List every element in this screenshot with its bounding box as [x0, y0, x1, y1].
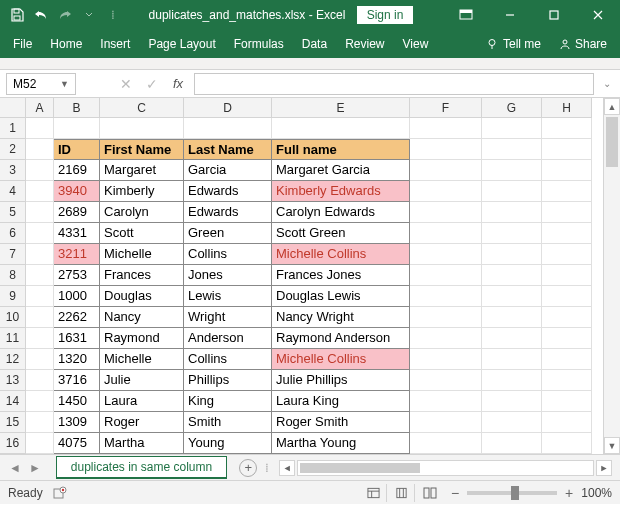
zoom-out-icon[interactable]: − — [451, 485, 459, 501]
cell[interactable] — [26, 349, 54, 370]
tab-pagelayout[interactable]: Page Layout — [139, 30, 224, 58]
cell[interactable]: King — [184, 391, 272, 412]
tab-review[interactable]: Review — [336, 30, 393, 58]
cell[interactable] — [482, 412, 542, 433]
cell[interactable]: Smith — [184, 412, 272, 433]
cell[interactable]: 2169 — [54, 160, 100, 181]
cell[interactable]: Edwards — [184, 181, 272, 202]
tab-formulas[interactable]: Formulas — [225, 30, 293, 58]
cell[interactable]: Nancy — [100, 307, 184, 328]
cell[interactable] — [482, 265, 542, 286]
share-button[interactable]: Share — [550, 30, 616, 58]
cell[interactable]: Wright — [184, 307, 272, 328]
row-header-11[interactable]: 11 — [0, 328, 26, 349]
cell[interactable] — [482, 244, 542, 265]
cell[interactable] — [482, 181, 542, 202]
cell[interactable]: Jones — [184, 265, 272, 286]
cell[interactable] — [26, 181, 54, 202]
cell[interactable]: Roger — [100, 412, 184, 433]
cell[interactable]: Phillips — [184, 370, 272, 391]
cell[interactable]: Martha — [100, 433, 184, 454]
zoom-in-icon[interactable]: + — [565, 485, 573, 501]
cell[interactable] — [410, 412, 482, 433]
cell[interactable]: Margaret — [100, 160, 184, 181]
cell[interactable]: Julie Phillips — [272, 370, 410, 391]
row-header-10[interactable]: 10 — [0, 307, 26, 328]
col-header-A[interactable]: A — [26, 98, 54, 118]
cell[interactable]: Laura King — [272, 391, 410, 412]
cell[interactable]: 2262 — [54, 307, 100, 328]
maximize-icon[interactable] — [532, 0, 576, 30]
tellme-button[interactable]: Tell me — [478, 30, 550, 58]
cell[interactable] — [542, 202, 592, 223]
cell[interactable] — [482, 202, 542, 223]
cell[interactable] — [410, 139, 482, 160]
cell[interactable]: 1000 — [54, 286, 100, 307]
cell[interactable] — [410, 244, 482, 265]
cell[interactable]: Michelle — [100, 244, 184, 265]
cell[interactable] — [26, 139, 54, 160]
cell[interactable]: Last Name — [184, 139, 272, 160]
tab-file[interactable]: File — [4, 30, 41, 58]
scroll-left-icon[interactable]: ◄ — [279, 460, 295, 476]
cell[interactable]: Collins — [184, 349, 272, 370]
cell[interactable]: Douglas — [100, 286, 184, 307]
chevron-down-icon[interactable]: ▼ — [60, 79, 69, 89]
name-box[interactable]: M52▼ — [6, 73, 76, 95]
cell[interactable]: Raymond — [100, 328, 184, 349]
cell[interactable]: Edwards — [184, 202, 272, 223]
cell[interactable]: Michelle Collins — [272, 244, 410, 265]
cell[interactable] — [482, 433, 542, 454]
cell[interactable]: ID — [54, 139, 100, 160]
cell[interactable]: Martha Young — [272, 433, 410, 454]
cell[interactable] — [542, 265, 592, 286]
horizontal-scrollbar[interactable]: ◄ ► — [279, 460, 612, 476]
formula-bar[interactable] — [194, 73, 594, 95]
cell[interactable] — [26, 328, 54, 349]
qat-dropdown-icon[interactable] — [78, 4, 100, 26]
cell[interactable]: Full name — [272, 139, 410, 160]
cell[interactable] — [482, 139, 542, 160]
col-header-E[interactable]: E — [272, 98, 410, 118]
cell[interactable]: Laura — [100, 391, 184, 412]
signin-button[interactable]: Sign in — [357, 6, 414, 24]
cell[interactable]: Collins — [184, 244, 272, 265]
view-normal-icon[interactable] — [367, 484, 387, 502]
cell[interactable]: Garcia — [184, 160, 272, 181]
sheet-tab-active[interactable]: duplicates in same column — [56, 456, 227, 479]
cell[interactable]: Kimberly Edwards — [272, 181, 410, 202]
scroll-up-icon[interactable]: ▲ — [604, 98, 620, 115]
undo-icon[interactable] — [30, 4, 52, 26]
minimize-icon[interactable] — [488, 0, 532, 30]
col-header-H[interactable]: H — [542, 98, 592, 118]
row-header-8[interactable]: 8 — [0, 265, 26, 286]
cell[interactable]: Roger Smith — [272, 412, 410, 433]
cell[interactable] — [482, 349, 542, 370]
cell[interactable] — [542, 391, 592, 412]
cell[interactable]: 1309 — [54, 412, 100, 433]
cell[interactable]: 3940 — [54, 181, 100, 202]
cell[interactable]: Green — [184, 223, 272, 244]
cell[interactable]: 3211 — [54, 244, 100, 265]
row-header-4[interactable]: 4 — [0, 181, 26, 202]
cell[interactable]: Scott — [100, 223, 184, 244]
col-header-F[interactable]: F — [410, 98, 482, 118]
cell[interactable] — [542, 349, 592, 370]
col-header-B[interactable]: B — [54, 98, 100, 118]
cell[interactable] — [542, 370, 592, 391]
view-pagebreak-icon[interactable] — [423, 484, 443, 502]
cells[interactable]: IDFirst NameLast NameFull name2169Margar… — [26, 118, 603, 454]
cell[interactable] — [184, 118, 272, 139]
cell[interactable] — [542, 223, 592, 244]
cell[interactable] — [26, 307, 54, 328]
cell[interactable] — [482, 118, 542, 139]
tab-home[interactable]: Home — [41, 30, 91, 58]
row-header-1[interactable]: 1 — [0, 118, 26, 139]
cell[interactable] — [26, 202, 54, 223]
row-header-15[interactable]: 15 — [0, 412, 26, 433]
zoom-slider-thumb[interactable] — [511, 486, 519, 500]
col-header-G[interactable]: G — [482, 98, 542, 118]
cell[interactable] — [482, 307, 542, 328]
row-header-9[interactable]: 9 — [0, 286, 26, 307]
cell[interactable]: 2753 — [54, 265, 100, 286]
